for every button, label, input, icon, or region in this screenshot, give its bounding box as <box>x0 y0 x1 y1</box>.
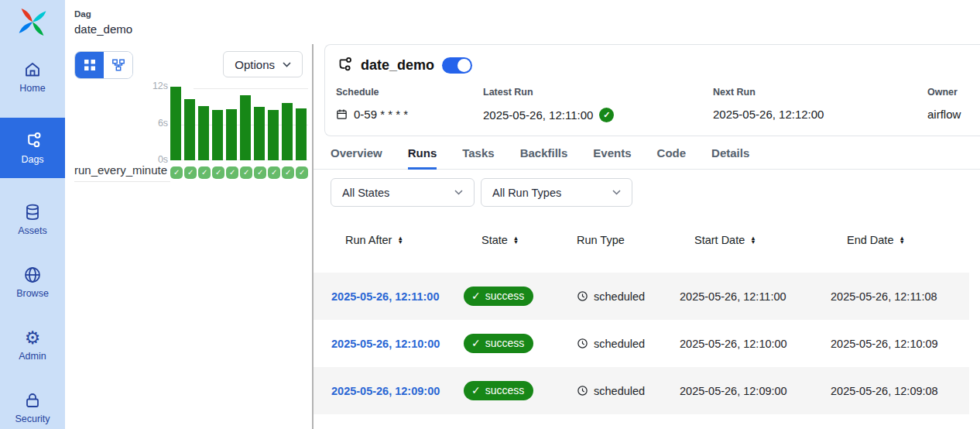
state-filter-select[interactable]: All States <box>331 178 475 207</box>
clock-icon <box>577 385 588 396</box>
run-type-filter-select[interactable]: All Run Types <box>481 178 632 207</box>
tab-tasks[interactable]: Tasks <box>462 137 494 169</box>
dag-tabs: Overview Runs Tasks Backfills Events Cod… <box>314 137 980 170</box>
duration-bar[interactable] <box>184 99 195 160</box>
sidebar-item-admin[interactable]: ⚙ Admin <box>0 323 65 366</box>
dag-pause-toggle[interactable] <box>442 57 472 74</box>
duration-bar[interactable] <box>296 108 307 160</box>
latest-run-value[interactable]: 2025-05-26, 12:11:00 <box>483 108 593 122</box>
sidebar-item-label: Assets <box>18 225 47 236</box>
duration-bars <box>170 86 308 160</box>
sidebar-item-browse[interactable]: Browse <box>0 260 65 304</box>
clock-icon <box>577 290 588 302</box>
run-after-link[interactable]: 2025-05-26, 12:11:00 <box>331 290 439 303</box>
owner-block: Owner airflow <box>927 87 980 122</box>
duration-bar[interactable] <box>170 87 181 160</box>
run-filters: All States All Run Types <box>314 178 980 207</box>
sort-icon[interactable]: ▲▼ <box>397 236 403 245</box>
next-run-value: 2025-05-26, 12:12:00 <box>713 108 927 121</box>
table-header-row: Run After ▲▼ State ▲▼ Run Type Start Dat… <box>314 225 969 255</box>
table-row: 2025-05-26, 12:11:00 ✓success scheduled … <box>314 273 969 320</box>
options-button[interactable]: Options <box>223 51 303 77</box>
task-row-label: run_every_minute <box>74 160 170 182</box>
latest-run-block: Latest Run 2025-05-26, 12:11:00 ✓ <box>483 87 713 122</box>
page-title: date_demo <box>74 22 980 36</box>
task-instance-success-tile[interactable]: ✓ <box>254 166 266 179</box>
state-label: success <box>485 337 525 349</box>
sidebar-item-security[interactable]: Security <box>0 386 65 429</box>
sidebar-item-label: Browse <box>16 288 49 299</box>
grid-toolbar: Options <box>74 51 303 79</box>
start-date-cell: 2025-05-26, 12:10:00 <box>680 338 831 350</box>
sidebar-item-home[interactable]: Home <box>0 55 65 98</box>
dag-header-card: date_demo Schedule 0-59 * * * * <box>324 44 980 136</box>
tab-code[interactable]: Code <box>657 137 687 169</box>
table-row: 2025-05-26, 12:09:00 ✓success scheduled … <box>314 367 969 414</box>
task-instance-success-tile[interactable]: ✓ <box>296 166 308 179</box>
column-header-state[interactable]: State ▲▼ <box>464 234 577 246</box>
task-instance-success-tile[interactable]: ✓ <box>212 166 224 179</box>
duration-bar[interactable] <box>268 110 279 160</box>
column-label: Start Date <box>694 234 745 246</box>
column-header-end-date[interactable]: End Date ▲▼ <box>831 234 969 246</box>
task-instance-success-tile[interactable]: ✓ <box>282 166 294 179</box>
end-date-cell: 2025-05-26, 12:10:09 <box>831 338 969 350</box>
breadcrumb: Dag date_demo <box>65 0 980 44</box>
duration-bar[interactable] <box>240 95 251 160</box>
duration-bar[interactable] <box>254 107 265 160</box>
graph-view-icon <box>111 58 125 72</box>
task-instance-success-tile[interactable]: ✓ <box>184 166 197 179</box>
tab-events[interactable]: Events <box>593 137 631 169</box>
task-instance-success-tile[interactable]: ✓ <box>240 166 252 179</box>
dag-branch-icon <box>336 57 353 74</box>
sidebar: Home Dags Assets <box>0 0 65 429</box>
run-type-filter-value: All Run Types <box>492 187 561 199</box>
run-type-label: scheduled <box>594 338 645 350</box>
end-date-cell: 2025-05-26, 12:11:08 <box>831 290 969 303</box>
duration-bar[interactable] <box>212 110 223 160</box>
duration-chart: 12s 6s 0s run_every_minute ✓✓✓✓✓✓✓✓✓✓ <box>74 86 303 182</box>
grid-view-button[interactable] <box>75 52 104 78</box>
sidebar-item-label: Dags <box>21 154 43 165</box>
column-label: End Date <box>847 234 893 246</box>
sidebar-item-dags[interactable]: Dags <box>0 118 65 178</box>
task-instance-row: ✓✓✓✓✓✓✓✓✓✓ <box>170 160 308 182</box>
sort-icon[interactable]: ▲▼ <box>899 236 904 245</box>
state-badge: ✓success <box>464 287 533 306</box>
duration-bar[interactable] <box>198 106 209 160</box>
duration-bar[interactable] <box>282 103 293 160</box>
column-header-run-after[interactable]: Run After ▲▼ <box>314 234 464 246</box>
sidebar-item-label: Home <box>19 83 45 94</box>
schedule-value-row: 0-59 * * * * <box>336 108 483 121</box>
view-toggle-group <box>74 51 133 79</box>
run-after-link[interactable]: 2025-05-26, 12:10:00 <box>331 338 440 350</box>
state-filter-value: All States <box>342 187 389 199</box>
duration-bar[interactable] <box>226 109 237 160</box>
runs-table: Run After ▲▼ State ▲▼ Run Type Start Dat… <box>314 225 969 414</box>
airflow-app: Home Dags Assets <box>0 0 980 429</box>
graph-view-button[interactable] <box>104 52 132 78</box>
start-date-cell: 2025-05-26, 12:11:00 <box>680 290 831 303</box>
dag-info-grid: Schedule 0-59 * * * * Latest Run <box>336 87 980 122</box>
lock-icon <box>23 391 42 410</box>
table-row: 2025-05-26, 12:10:00 ✓success scheduled … <box>314 320 969 367</box>
sidebar-item-assets[interactable]: Assets <box>0 197 65 241</box>
tab-backfills[interactable]: Backfills <box>520 137 568 169</box>
tab-details[interactable]: Details <box>711 137 749 169</box>
sort-icon[interactable]: ▲▼ <box>750 236 756 245</box>
chevron-down-icon <box>612 190 621 195</box>
column-header-start-date[interactable]: Start Date ▲▼ <box>680 234 831 246</box>
task-instance-success-tile[interactable]: ✓ <box>170 166 183 179</box>
start-date-cell: 2025-05-26, 12:09:00 <box>680 385 831 397</box>
task-instance-success-tile[interactable]: ✓ <box>198 166 211 179</box>
run-after-link[interactable]: 2025-05-26, 12:09:00 <box>331 385 440 397</box>
tab-overview[interactable]: Overview <box>331 137 382 169</box>
check-icon: ✓ <box>471 337 481 349</box>
chevron-down-icon <box>283 62 291 67</box>
sort-icon[interactable]: ▲▼ <box>513 236 519 245</box>
task-instance-success-tile[interactable]: ✓ <box>226 166 238 179</box>
owner-value: airflow <box>927 108 980 121</box>
grid-view-icon <box>83 58 97 72</box>
tab-runs[interactable]: Runs <box>408 137 437 169</box>
task-instance-success-tile[interactable]: ✓ <box>268 166 280 179</box>
